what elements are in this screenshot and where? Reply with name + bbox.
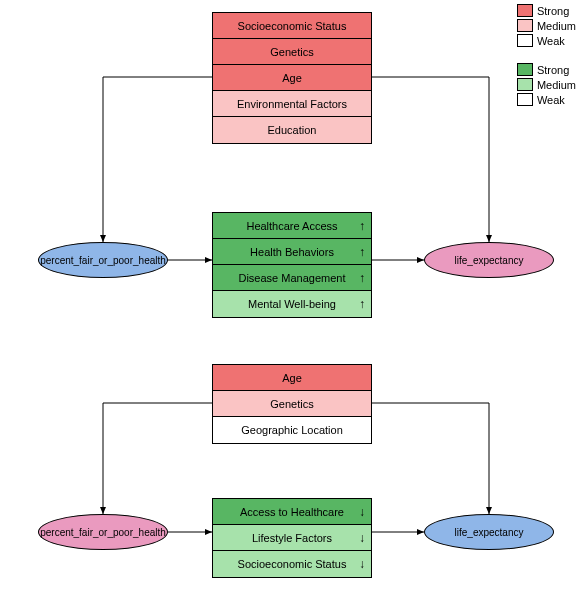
confounder-item: Genetics	[213, 391, 371, 417]
source-node-2: percent_fair_or_poor_health	[38, 514, 168, 550]
confounder-stack-2: Age Genetics Geographic Location	[212, 364, 372, 444]
mediator-label: Access to Healthcare	[240, 506, 344, 518]
node-label: percent_fair_or_poor_health	[40, 255, 166, 266]
legend-red-strong: Strong	[517, 4, 576, 17]
mediator-item: Disease Management↑	[213, 265, 371, 291]
mediator-label: Healthcare Access	[246, 220, 337, 232]
confounder-label: Geographic Location	[241, 424, 343, 436]
confounder-item: Age	[213, 65, 371, 91]
node-label: percent_fair_or_poor_health	[40, 527, 166, 538]
down-arrow-icon: ↓	[359, 499, 365, 525]
mediator-item: Access to Healthcare↓	[213, 499, 371, 525]
legend: Strong Medium Weak Strong Medium Weak	[517, 4, 576, 108]
mediator-stack-2: Access to Healthcare↓ Lifestyle Factors↓…	[212, 498, 372, 578]
legend-label: Strong	[537, 5, 569, 17]
node-label: life_expectancy	[455, 527, 524, 538]
legend-label: Medium	[537, 79, 576, 91]
swatch-green-weak	[517, 93, 533, 106]
down-arrow-icon: ↓	[359, 551, 365, 577]
legend-green-medium: Medium	[517, 78, 576, 91]
confounder-label: Socioeconomic Status	[238, 20, 347, 32]
confounder-label: Genetics	[270, 46, 313, 58]
confounder-item: Education	[213, 117, 371, 143]
mediator-label: Health Behaviors	[250, 246, 334, 258]
node-label: life_expectancy	[455, 255, 524, 266]
confounder-stack-1: Socioeconomic Status Genetics Age Enviro…	[212, 12, 372, 144]
source-node-1: percent_fair_or_poor_health	[38, 242, 168, 278]
target-node-2: life_expectancy	[424, 514, 554, 550]
mediator-label: Socioeconomic Status	[238, 558, 347, 570]
legend-label: Strong	[537, 64, 569, 76]
up-arrow-icon: ↑	[359, 291, 365, 317]
confounder-item: Environmental Factors	[213, 91, 371, 117]
mediator-label: Mental Well-being	[248, 298, 336, 310]
down-arrow-icon: ↓	[359, 525, 365, 551]
confounder-item: Socioeconomic Status	[213, 13, 371, 39]
up-arrow-icon: ↑	[359, 265, 365, 291]
confounder-item: Geographic Location	[213, 417, 371, 443]
target-node-1: life_expectancy	[424, 242, 554, 278]
confounder-label: Environmental Factors	[237, 98, 347, 110]
confounder-label: Age	[282, 372, 302, 384]
confounder-label: Age	[282, 72, 302, 84]
mediator-item: Mental Well-being↑	[213, 291, 371, 317]
mediator-item: Health Behaviors↑	[213, 239, 371, 265]
legend-label: Weak	[537, 35, 565, 47]
legend-green-weak: Weak	[517, 93, 576, 106]
swatch-red-medium	[517, 19, 533, 32]
confounder-label: Education	[268, 124, 317, 136]
swatch-green-medium	[517, 78, 533, 91]
up-arrow-icon: ↑	[359, 239, 365, 265]
legend-green-strong: Strong	[517, 63, 576, 76]
mediator-label: Disease Management	[238, 272, 345, 284]
up-arrow-icon: ↑	[359, 213, 365, 239]
swatch-red-strong	[517, 4, 533, 17]
confounder-label: Genetics	[270, 398, 313, 410]
mediator-item: Lifestyle Factors↓	[213, 525, 371, 551]
mediator-item: Healthcare Access↑	[213, 213, 371, 239]
mediator-stack-1: Healthcare Access↑ Health Behaviors↑ Dis…	[212, 212, 372, 318]
swatch-red-weak	[517, 34, 533, 47]
legend-red-medium: Medium	[517, 19, 576, 32]
confounder-item: Age	[213, 365, 371, 391]
mediator-item: Socioeconomic Status↓	[213, 551, 371, 577]
swatch-green-strong	[517, 63, 533, 76]
legend-label: Medium	[537, 20, 576, 32]
confounder-item: Genetics	[213, 39, 371, 65]
legend-red-weak: Weak	[517, 34, 576, 47]
mediator-label: Lifestyle Factors	[252, 532, 332, 544]
legend-label: Weak	[537, 94, 565, 106]
